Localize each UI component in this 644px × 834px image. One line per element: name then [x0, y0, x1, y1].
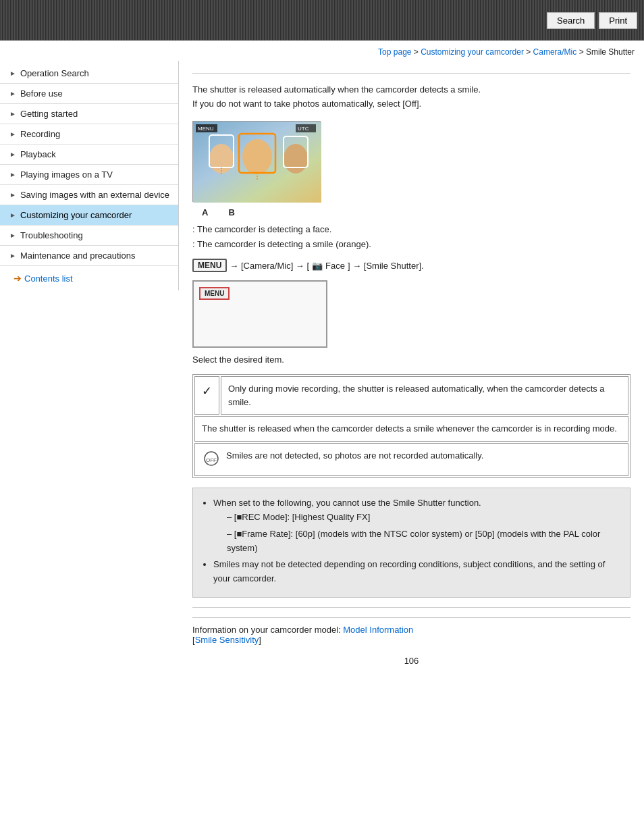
- main-content: The shutter is released automatically wh…: [179, 61, 644, 679]
- face-detection-image: MENU UTC: [192, 121, 321, 202]
- gray-note-item-2: Smiles may not be detected depending on …: [213, 558, 620, 586]
- note-text-1: Only during movie recording, the shutter…: [221, 376, 628, 415]
- arrow-icon: ►: [9, 90, 16, 97]
- breadcrumb-sep1: >: [414, 47, 421, 57]
- top-divider: [192, 73, 630, 74]
- off-icon-svg: OFF: [202, 450, 222, 467]
- breadcrumb: Top page > Customizing your camcorder > …: [0, 41, 644, 61]
- gray-note-subitem-2: [■Frame Rate]: [60p] (models with the NT…: [227, 527, 620, 556]
- sidebar-item-label: Before use: [20, 88, 63, 99]
- sidebar-item-label: Playback: [20, 149, 56, 159]
- gray-note-subitem-1: [■REC Mode]: [Highest Quality FX]: [227, 511, 620, 525]
- breadcrumb-top-link[interactable]: Top page: [378, 47, 411, 57]
- gray-note-item-1: When set to the following, you cannot us…: [213, 496, 620, 555]
- note-off-row: OFF Smiles are not detected, so photos a…: [194, 443, 628, 477]
- gray-note-box: When set to the following, you cannot us…: [192, 488, 630, 598]
- label-b-desc: : The camcorder is detecting a smile (or…: [192, 238, 630, 252]
- page-header: Search Print: [0, 0, 644, 41]
- breadcrumb-sep2: >: [526, 47, 533, 57]
- footer-info-text: Information on your camcorder model:: [192, 625, 341, 635]
- arrow-icon: ►: [9, 232, 16, 239]
- intro-line1: The shutter is released automatically wh…: [192, 83, 630, 97]
- contents-list-label: Contents list: [24, 273, 73, 284]
- sidebar-item-label: Customizing your camcorder: [20, 210, 132, 220]
- intro-text: The shutter is released automatically wh…: [192, 83, 630, 111]
- arrow-icon: ►: [9, 70, 16, 77]
- sidebar-item-label: Saving images with an external device: [20, 190, 169, 200]
- label-a-desc: : The camcorder is detecting a face.: [192, 223, 630, 237]
- svg-point-7: [242, 139, 272, 174]
- gray-note-sublist-1: [■REC Mode]: [Highest Quality FX] [■Fram…: [227, 511, 620, 555]
- smile-sensitivity-link[interactable]: Smile Sensitivity: [195, 635, 259, 645]
- svg-text:OFF: OFF: [206, 457, 217, 463]
- gray-note-text-2: Smiles may not be detected depending on …: [213, 559, 605, 583]
- search-button[interactable]: Search: [547, 12, 595, 29]
- intro-line2: If you do not want to take photos automa…: [192, 97, 630, 111]
- notes-table: ✓ Only during movie recording, the shutt…: [192, 374, 630, 478]
- svg-point-5: [209, 144, 234, 174]
- page-number: 106: [192, 656, 630, 666]
- svg-text:UTC: UTC: [298, 126, 309, 132]
- menu-popup-label: MENU: [199, 287, 230, 300]
- svg-text:MENU: MENU: [198, 126, 214, 132]
- arrow-icon: ►: [9, 110, 16, 118]
- arrow-icon: ►: [9, 252, 16, 259]
- note-row-1: ✓ Only during movie recording, the shutt…: [194, 376, 628, 415]
- svg-point-9: [284, 144, 308, 174]
- arrow-icon: ►: [9, 171, 16, 178]
- sidebar-item-playback[interactable]: ► Playback: [0, 145, 178, 165]
- smile-sensitivity-bracket-close: ]: [259, 635, 261, 645]
- sidebar-item-recording[interactable]: ► Recording: [0, 124, 178, 145]
- page-layout: ► Operation Search ► Before use ► Gettin…: [0, 61, 644, 679]
- gray-note-text-1: When set to the following, you cannot us…: [213, 498, 481, 508]
- menu-instruction2: ] → [Smile Shutter].: [348, 261, 424, 271]
- bottom-divider: [192, 607, 630, 608]
- menu-arrow1: → [Camera/Mic] → [: [230, 261, 309, 271]
- select-text: Select the desired item.: [192, 355, 630, 365]
- face-detection-area: MENU UTC: [192, 121, 630, 217]
- arrow-icon: ►: [9, 191, 16, 199]
- contents-list-arrow-icon: ➔: [14, 273, 22, 284]
- sidebar-item-label: Recording: [20, 129, 60, 139]
- menu-face-label: Face: [325, 261, 345, 271]
- gray-note-list: When set to the following, you cannot us…: [213, 496, 620, 586]
- sidebar-item-label: Troubleshooting: [20, 230, 83, 240]
- face-label-B: B: [228, 207, 234, 217]
- check-mark-cell: ✓: [194, 376, 219, 415]
- sidebar-item-troubleshooting[interactable]: ► Troubleshooting: [0, 226, 178, 246]
- arrow-icon: ►: [9, 211, 16, 219]
- breadcrumb-camera-mic-link[interactable]: Camera/Mic: [533, 47, 577, 57]
- face-image-svg: MENU UTC: [193, 122, 321, 203]
- sidebar: ► Operation Search ► Before use ► Gettin…: [0, 61, 179, 290]
- sidebar-item-customizing[interactable]: ► Customizing your camcorder: [0, 205, 178, 226]
- contents-list-link[interactable]: ➔ Contents list: [0, 266, 178, 290]
- sidebar-item-maintenance[interactable]: ► Maintenance and precautions: [0, 246, 178, 266]
- note-text-2: The shutter is released when the camcord…: [194, 416, 628, 442]
- arrow-icon: ►: [9, 130, 16, 138]
- sidebar-item-label: Operation Search: [20, 68, 89, 78]
- sidebar-item-operation-search[interactable]: ► Operation Search: [0, 63, 178, 84]
- menu-instruction: MENU → [Camera/Mic] → [📷Face] → [Smile S…: [192, 259, 630, 272]
- breadcrumb-current: Smile Shutter: [586, 47, 635, 57]
- sidebar-item-getting-started[interactable]: ► Getting started: [0, 104, 178, 124]
- arrow-icon: ►: [9, 151, 16, 158]
- note-row-2: The shutter is released when the camcord…: [194, 416, 628, 442]
- note-text-3: Smiles are not detected, so photos are n…: [226, 449, 483, 463]
- face-label-A: A: [202, 207, 208, 217]
- note-row-3: OFF Smiles are not detected, so photos a…: [194, 443, 628, 477]
- print-button[interactable]: Print: [599, 12, 637, 29]
- face-labels: A B: [202, 207, 630, 217]
- sidebar-item-label: Maintenance and precautions: [20, 251, 136, 261]
- sidebar-item-before-use[interactable]: ► Before use: [0, 84, 178, 104]
- menu-key: MENU: [192, 259, 227, 272]
- breadcrumb-sep3: >: [579, 47, 586, 57]
- face-icon: 📷: [312, 261, 323, 271]
- label-descriptions: : The camcorder is detecting a face. : T…: [192, 223, 630, 253]
- footer-links: Information on your camcorder model: Mod…: [192, 617, 630, 645]
- sidebar-item-label: Playing images on a TV: [20, 170, 113, 180]
- model-info-link[interactable]: Model Information: [343, 625, 413, 635]
- breadcrumb-customizing-link[interactable]: Customizing your camcorder: [421, 47, 524, 57]
- sidebar-item-saving-images[interactable]: ► Saving images with an external device: [0, 185, 178, 205]
- sidebar-item-label: Getting started: [20, 109, 78, 119]
- sidebar-item-playing-images[interactable]: ► Playing images on a TV: [0, 165, 178, 185]
